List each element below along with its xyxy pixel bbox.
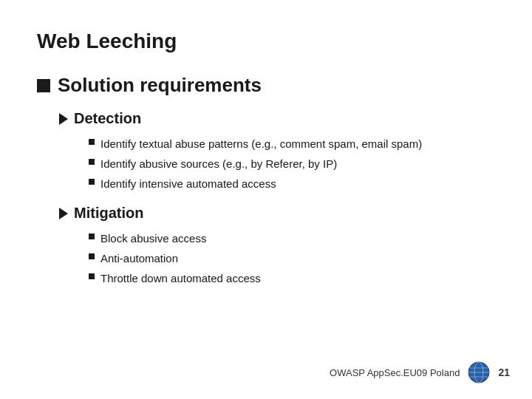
slide: Web Leeching Solution requirements Detec…: [0, 0, 532, 399]
mitigation-bullets: Block abusive access Anti-automation Thr…: [89, 231, 495, 286]
level1-item-mitigation: Mitigation: [59, 205, 495, 222]
bullet-icon-d1: [89, 139, 95, 145]
detection-bullet-3: Identify intensive automated access: [89, 176, 495, 191]
bullet-icon-m2: [89, 253, 95, 259]
bullet-icon-d2: [89, 159, 95, 165]
mitigation-bullet-2: Anti-automation: [89, 250, 495, 266]
detection-bullets: Identify textual abuse patterns (e.g., c…: [89, 136, 495, 191]
section-bullet-icon: [37, 79, 50, 92]
level1-item-detection: Detection: [59, 110, 495, 127]
globe-icon: [467, 361, 491, 384]
mitigation-bullet-3: Throttle down automated access: [89, 270, 495, 286]
triangle-icon-mitigation: [59, 208, 68, 219]
triangle-icon-detection: [59, 113, 68, 125]
bullet-icon-d3: [89, 179, 95, 185]
mitigation-bullet-text-3: Throttle down automated access: [100, 270, 261, 286]
section-label: Solution requirements: [58, 74, 262, 97]
detection-bullet-text-2: Identify abusive sources (e.g., by Refer…: [100, 156, 337, 171]
level1-label-detection: Detection: [74, 110, 141, 127]
section-header: Solution requirements: [37, 74, 495, 97]
mitigation-bullet-1: Block abusive access: [89, 231, 495, 246]
bullet-icon-m1: [89, 233, 95, 239]
page-number: 21: [498, 366, 510, 378]
detection-bullet-2: Identify abusive sources (e.g., by Refer…: [89, 156, 495, 171]
footer-text: OWASP AppSec.EU09 Poland: [330, 367, 460, 378]
footer: OWASP AppSec.EU09 Poland 21: [330, 361, 510, 384]
slide-title: Web Leeching: [37, 30, 495, 53]
detection-bullet-text-3: Identify intensive automated access: [100, 176, 276, 191]
mitigation-bullet-text-2: Anti-automation: [100, 250, 178, 266]
level1-label-mitigation: Mitigation: [74, 205, 143, 222]
mitigation-bullet-text-1: Block abusive access: [100, 231, 206, 246]
detection-bullet-1: Identify textual abuse patterns (e.g., c…: [89, 136, 495, 151]
detection-bullet-text-1: Identify textual abuse patterns (e.g., c…: [100, 136, 422, 151]
bullet-icon-m3: [89, 273, 95, 279]
